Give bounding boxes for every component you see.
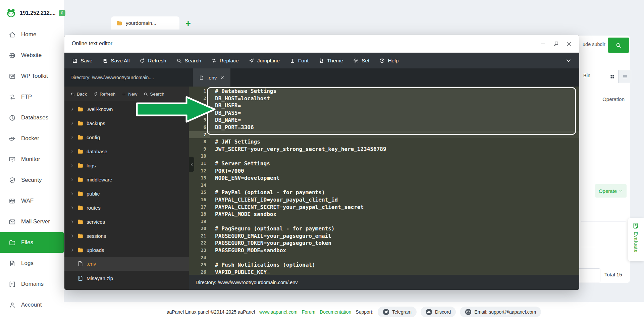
tree-item[interactable]: .well-known: [64, 102, 189, 116]
tree-item[interactable]: public: [64, 186, 189, 201]
toolbar-collapse-icon[interactable]: [565, 57, 572, 64]
code-line[interactable]: 18 PAYPAL_MODE=sandbox: [189, 211, 579, 218]
code-line[interactable]: 23 PAGSEGURO_MODE=sandbox: [189, 247, 579, 254]
support-pill[interactable]: Telegram: [378, 307, 417, 317]
toolbar-button[interactable]: Save: [67, 53, 97, 68]
tree-action-button[interactable]: Back: [70, 92, 87, 97]
code-line[interactable]: 24: [189, 254, 579, 262]
tree-action-button[interactable]: Search: [144, 92, 164, 97]
maximize-icon[interactable]: [553, 41, 559, 47]
code-line[interactable]: 3 DB_USER=: [189, 102, 579, 109]
operate-dropdown-button[interactable]: Operate: [595, 184, 627, 198]
code-editor[interactable]: 1 # Database Settings 2 DB_HOST=localhos…: [189, 87, 579, 275]
filemanager-tabstrip: yourdomain... +: [111, 16, 191, 30]
directory-tab[interactable]: yourdomain...: [111, 16, 179, 30]
sidebar-item[interactable]: Databases: [0, 107, 64, 128]
toolbar-button[interactable]: Search: [171, 53, 206, 68]
editor-status-bar: Directory: /www/wwwroot/yourdomain.com/.…: [189, 275, 579, 290]
logs-icon: [9, 260, 16, 267]
file-tab-env[interactable]: .env: [193, 68, 230, 87]
search-button[interactable]: [608, 38, 629, 53]
code-line[interactable]: 10: [189, 153, 579, 160]
code-line[interactable]: 26 VAPID_PUBLIC_KEY=: [189, 269, 579, 275]
code-line[interactable]: 11 # Server Settings: [189, 160, 579, 167]
tree-item-label: config: [87, 135, 100, 140]
code-line[interactable]: 13 NODE_ENV=development: [189, 174, 579, 182]
tree-item[interactable]: .env: [64, 257, 189, 271]
code-line[interactable]: 19: [189, 218, 579, 225]
message-count-badge[interactable]: 0: [59, 10, 66, 16]
code-line[interactable]: 7: [189, 131, 579, 139]
code-line[interactable]: 14: [189, 182, 579, 189]
sidebar-item[interactable]: Security: [0, 170, 64, 191]
tree-item[interactable]: config: [64, 130, 189, 144]
tree-item[interactable]: middleware: [64, 172, 189, 186]
grid-view-button[interactable]: [606, 70, 619, 83]
support-pill[interactable]: Discord: [421, 307, 456, 317]
tree-item[interactable]: sessions: [64, 229, 189, 243]
sidebar-item[interactable]: Monitor: [0, 149, 64, 170]
code-line[interactable]: 5 DB_NAME=: [189, 116, 579, 124]
sidebar-item[interactable]: Account: [0, 294, 64, 315]
support-pill[interactable]: Email: support@aapanel.com: [460, 307, 541, 317]
toolbar-button[interactable]: Font: [285, 53, 314, 68]
forum-link[interactable]: Forum: [302, 309, 315, 315]
code-line[interactable]: 9 JWT_SECRET=your_very_strong_secret_key…: [189, 146, 579, 153]
close-icon[interactable]: [566, 41, 572, 47]
sidebar-item[interactable]: WAF: [0, 191, 64, 211]
code-line[interactable]: 12 PORT=7000: [189, 167, 579, 175]
sidebar-item[interactable]: FTP: [0, 87, 64, 107]
recycle-bin-label[interactable]: Bin: [583, 73, 590, 78]
sidebar-item[interactable]: Logs: [0, 253, 64, 274]
code-line[interactable]: 2 DB_HOST=localhost: [189, 95, 579, 102]
toolbar-button[interactable]: Set: [348, 53, 374, 68]
tree-collapse-handle[interactable]: [189, 157, 194, 172]
website-link[interactable]: www.aapanel.com: [259, 309, 298, 315]
tree-action-button[interactable]: New: [122, 92, 137, 97]
line-text: NODE_ENV=development: [210, 174, 579, 182]
code-line[interactable]: 4 DB_PASS=: [189, 109, 579, 117]
sidebar-item[interactable]: Website: [0, 45, 64, 66]
code-line[interactable]: 25 # Push Notifications (optional): [189, 261, 579, 269]
tab-close-icon[interactable]: [220, 75, 224, 80]
sidebar-item[interactable]: Mail Server: [0, 211, 64, 232]
evaluate-tab[interactable]: Evaluate: [628, 218, 644, 261]
code-line[interactable]: 21 PAGSEGURO_EMAIL=your_pagseguro_email: [189, 232, 579, 240]
toolbar-button[interactable]: JumpLine: [244, 53, 285, 68]
sidebar-item[interactable]: Home: [0, 24, 64, 45]
code-line[interactable]: 1 # Database Settings: [189, 88, 579, 95]
toolbar-button[interactable]: Help: [374, 53, 404, 68]
code-line[interactable]: 20 # PagSeguro (optional - for payments): [189, 225, 579, 232]
evaluate-icon: [633, 222, 639, 229]
sidebar-item[interactable]: Domains: [0, 274, 64, 294]
tree-item[interactable]: Misayan.zip: [64, 271, 189, 285]
include-subdir-label: ude subdir: [583, 42, 605, 47]
minimize-icon[interactable]: [540, 41, 546, 47]
server-brand[interactable]: 191.252.212.... 0: [0, 0, 64, 18]
code-line[interactable]: 6 DB_PORT=3306: [189, 124, 579, 131]
code-line[interactable]: 17 PAYPAL_CLIENT_SECRET=your_paypal_clie…: [189, 204, 579, 211]
pagination-box[interactable]: [578, 268, 600, 282]
footer: aaPanel Linux panel ©2014-2025 aaPanel w…: [64, 302, 644, 322]
tree-item[interactable]: backups: [64, 116, 189, 130]
tree-item[interactable]: services: [64, 215, 189, 229]
code-line[interactable]: 8 # JWT Settings: [189, 138, 579, 146]
list-view-button[interactable]: [619, 70, 631, 83]
tree-item[interactable]: database: [64, 144, 189, 158]
tree-item[interactable]: uploads: [64, 243, 189, 257]
add-tab-button[interactable]: +: [185, 17, 191, 30]
sidebar-item[interactable]: Files: [0, 232, 64, 253]
documentation-link[interactable]: Documentation: [320, 309, 351, 315]
sidebar-item[interactable]: Docker: [0, 128, 64, 149]
toolbar-button[interactable]: Save All: [97, 53, 135, 68]
toolbar-button[interactable]: Replace: [206, 53, 244, 68]
sidebar-item[interactable]: WP Toolkit: [0, 66, 64, 87]
code-line[interactable]: 22 PAGSEGURO_TOKEN=your_pagseguro_token: [189, 239, 579, 247]
toolbar-button[interactable]: Theme: [314, 53, 348, 68]
tree-action-button[interactable]: Refresh: [93, 92, 115, 97]
code-line[interactable]: 15 # PayPal (optional - for payments): [189, 189, 579, 196]
toolbar-button[interactable]: Refresh: [135, 53, 171, 68]
tree-item[interactable]: logs: [64, 158, 189, 172]
code-line[interactable]: 16 PAYPAL_CLIENT_ID=your_paypal_client_i…: [189, 196, 579, 204]
tree-item[interactable]: routes: [64, 201, 189, 215]
